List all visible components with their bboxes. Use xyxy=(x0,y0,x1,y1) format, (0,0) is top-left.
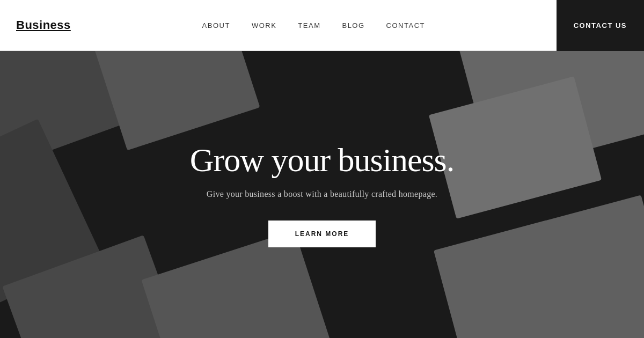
nav-item-contact[interactable]: CONTACT xyxy=(386,21,425,30)
contact-us-button[interactable]: CONTACT US xyxy=(557,0,644,51)
main-nav: ABOUT WORK TEAM BLOG CONTACT xyxy=(202,21,425,30)
header-right: CONTACT US xyxy=(557,0,644,51)
hero-title: Grow your business. xyxy=(190,142,454,178)
nav-item-blog[interactable]: BLOG xyxy=(342,21,364,30)
bg-rect-8 xyxy=(429,76,602,219)
bg-rect-2 xyxy=(94,51,260,150)
hero-subtitle: Give your business a boost with a beauti… xyxy=(190,189,454,199)
header: Business ABOUT WORK TEAM BLOG CONTACT CO… xyxy=(0,0,644,51)
learn-more-button[interactable]: LEARN MORE xyxy=(268,221,376,247)
hero-content: Grow your business. Give your business a… xyxy=(190,142,454,247)
hero-section: Grow your business. Give your business a… xyxy=(0,51,644,338)
nav-item-about[interactable]: ABOUT xyxy=(202,21,230,30)
nav-item-work[interactable]: WORK xyxy=(252,21,276,30)
logo[interactable]: Business xyxy=(16,18,71,32)
nav-item-team[interactable]: TEAM xyxy=(298,21,320,30)
